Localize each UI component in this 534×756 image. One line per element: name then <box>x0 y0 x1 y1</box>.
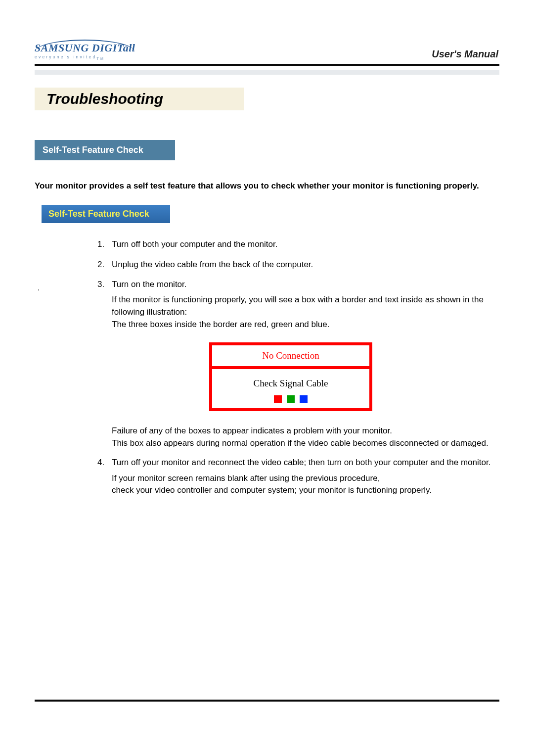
intro-text: Your monitor provides a self test featur… <box>35 180 499 192</box>
brand-logo: SAMSUNG DIGITall everyone's invitedTM <box>35 40 135 61</box>
step-list: Turn off both your computer and the moni… <box>62 238 499 497</box>
illus-body-text: Check Signal Cable <box>212 376 369 390</box>
step-para: If the monitor is functioning properly, … <box>112 294 499 318</box>
green-square-icon <box>287 395 295 403</box>
illustration-wrap: No Connection Check Signal Cable <box>82 342 499 411</box>
brand-tagline: everyone's invitedTM <box>35 54 135 61</box>
title-bar: Troubleshooting <box>35 88 499 110</box>
blue-square-icon <box>300 395 308 403</box>
page-header: SAMSUNG DIGITall everyone's invitedTM Us… <box>35 40 499 61</box>
subsection-chip: Self-Test Feature Check <box>42 205 170 223</box>
step-para: Failure of any of the boxes to appear in… <box>112 425 499 437</box>
step-1: Turn off both your computer and the moni… <box>107 238 499 251</box>
illus-body: Check Signal Cable <box>212 369 369 408</box>
no-connection-illustration: No Connection Check Signal Cable <box>209 342 372 411</box>
brand-name: SAMSUNG DIGITall <box>35 40 135 54</box>
section-chip: Self-Test Feature Check <box>35 140 175 160</box>
step-text: Turn off both your computer and the moni… <box>112 239 277 249</box>
step-4: Turn off your monitor and reconnect the … <box>107 456 499 497</box>
tagline-text: everyone's invited <box>35 54 96 59</box>
title-bar-spacer <box>244 88 499 110</box>
rgb-row <box>212 395 369 403</box>
step-para: If your monitor screen remains blank aft… <box>112 472 499 485</box>
step-text: Turn off your monitor and reconnect the … <box>112 458 490 467</box>
trademark-icon: TM <box>96 57 105 61</box>
illus-header: No Connection <box>212 345 369 366</box>
stray-period: . <box>38 284 40 292</box>
body: . Turn off both your computer and the mo… <box>62 238 499 497</box>
step-para: check your video controller and computer… <box>112 484 499 497</box>
step-text: Unplug the video cable from the back of … <box>112 260 313 269</box>
manual-label: User's Manual <box>432 48 499 61</box>
rule-top-thick <box>35 64 499 66</box>
step-3: Turn on the monitor. If the monitor is f… <box>107 278 499 449</box>
brand-suffix: all <box>123 42 135 54</box>
step-para: The three boxes inside the border are re… <box>112 319 499 331</box>
rule-bottom <box>35 700 499 702</box>
brand-prefix: SAMSUNG DIGIT <box>35 42 123 54</box>
step-para: This box also appears during normal oper… <box>112 437 499 450</box>
page: SAMSUNG DIGITall everyone's invitedTM Us… <box>0 0 534 756</box>
step-text: Turn on the monitor. <box>112 280 187 289</box>
red-square-icon <box>274 395 282 403</box>
step-2: Unplug the video cable from the back of … <box>107 258 499 271</box>
rule-top-light <box>35 70 499 75</box>
page-title: Troubleshooting <box>35 88 244 110</box>
